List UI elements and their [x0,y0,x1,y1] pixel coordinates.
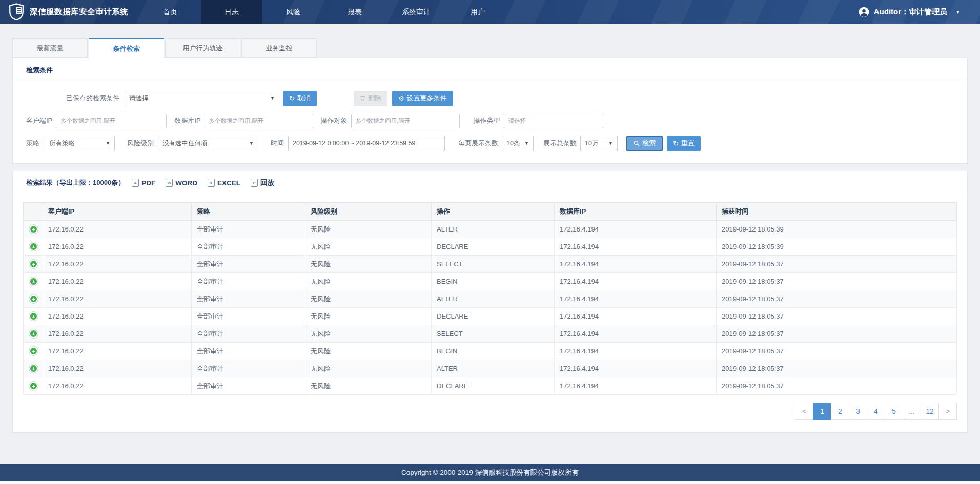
expand-row-button[interactable]: + [29,381,38,391]
page-2-button[interactable]: 2 [831,403,849,420]
client-ip-label: 客户端IP [26,116,52,125]
cell-capture-time: 2019-09-12 18:05:37 [717,343,957,360]
saved-conditions-select[interactable]: 请选择 ▼ [125,91,279,106]
risk-level-value: 没有选中任何项 [162,139,245,148]
page-size-select[interactable]: 10条 ▼ [502,136,534,151]
expand-row-button[interactable]: + [29,242,38,251]
reset-button[interactable]: ↻重置 [667,136,701,151]
expand-row-button[interactable]: + [29,224,38,234]
export-playback-label: 回放 [260,178,274,187]
nav-item-users[interactable]: 用户 [447,0,508,24]
user-label: Auditor：审计管理员 [874,7,947,17]
set-more-conditions-button[interactable]: ⚙设置更多条件 [392,91,453,106]
cell-policy: 全部审计 [192,308,305,325]
page-3-button[interactable]: 3 [849,403,867,420]
cell-client-ip: 172.16.0.22 [43,343,192,360]
cell-risk-level: 无风险 [305,238,432,256]
trash-icon [360,95,365,101]
cell-risk-level: 无风险 [305,343,432,360]
nav-item-risk[interactable]: 风险 [262,0,324,24]
user-menu[interactable]: Auditor：审计管理员 ▼ [859,0,980,24]
nav-item-reports[interactable]: 报表 [324,0,385,24]
page-next-button[interactable]: > [938,403,957,420]
total-count-value: 10万 [585,139,604,148]
expand-row-button[interactable]: + [29,311,38,321]
cell-db-ip: 172.16.4.194 [555,273,717,290]
expand-row-button[interactable]: + [29,294,38,304]
db-ip-label: 数据库IP [174,116,200,125]
cell-db-ip: 172.16.4.194 [555,308,717,325]
cell-operation: DECLARE [432,308,555,325]
db-ip-input[interactable] [205,114,313,128]
time-range-input[interactable] [288,136,445,151]
cell-risk-level: 无风险 [305,221,432,238]
cancel-button[interactable]: ↻取消 [283,91,317,106]
results-table: 客户端IP策略风险级别操作数据库IP捕获时间 +172.16.0.22全部审计无… [23,202,957,395]
cell-db-ip: 172.16.4.194 [555,238,717,256]
op-type-input[interactable] [504,114,603,128]
cell-client-ip: 172.16.0.22 [43,273,192,290]
search-conditions-panel: 检索条件 已保存的检索条件 请选择 ▼ ↻取消 删除 ⚙设置更多条件 客户端IP [12,58,968,164]
cell-capture-time: 2019-09-12 18:05:39 [717,238,957,256]
search-icon [634,140,640,146]
delete-button[interactable]: 删除 [354,91,387,106]
cell-policy: 全部审计 [192,377,305,395]
chevron-down-icon: ▼ [524,141,529,146]
expand-row-button[interactable]: + [29,346,38,356]
cell-policy: 全部审计 [192,343,305,360]
search-button[interactable]: 检索 [626,136,663,151]
policy-select[interactable]: 所有策略 ▼ [45,136,115,151]
nav-item-logs[interactable]: 日志 [201,0,262,24]
chevron-down-icon: ▼ [249,141,254,146]
cell-policy: 全部审计 [192,273,305,290]
cell-client-ip: 172.16.0.22 [43,290,192,308]
cell-db-ip: 172.16.4.194 [555,221,717,238]
tab-user-behavior[interactable]: 用户行为轨迹 [165,38,240,58]
table-row: +172.16.0.22全部审计无风险DECLARE172.16.4.19420… [24,377,957,395]
cell-expand: + [24,238,43,256]
table-row: +172.16.0.22全部审计无风险SELECT172.16.4.194201… [24,256,957,273]
tab-business-monitor[interactable]: 业务监控 [241,38,317,58]
pagination: <12345...12> [23,403,957,421]
cell-client-ip: 172.16.0.22 [43,377,192,395]
nav-item-system-audit[interactable]: 系统审计 [385,0,447,24]
export-excel-link[interactable]: XEXCEL [208,179,240,187]
cell-capture-time: 2019-09-12 18:05:39 [717,221,957,238]
cell-policy: 全部审计 [192,325,305,343]
expand-row-button[interactable]: + [29,277,38,286]
copyright-text: Copyright © 2000-2019 深信服科技股份有限公司版权所有 [401,468,579,477]
cell-policy: 全部审计 [192,290,305,308]
cell-risk-level: 无风险 [305,256,432,273]
risk-level-select[interactable]: 没有选中任何项 ▼ [158,136,258,151]
col-header-0: 客户端IP [43,203,192,221]
expand-row-button[interactable]: + [29,364,38,373]
col-expand [24,203,43,221]
saved-conditions-row: 已保存的检索条件 请选择 ▼ ↻取消 删除 ⚙设置更多条件 [26,91,954,106]
col-header-1: 策略 [192,203,305,221]
cell-client-ip: 172.16.0.22 [43,308,192,325]
export-pdf-link[interactable]: APDF [132,179,155,187]
chevron-down-icon: ▼ [955,9,961,15]
col-header-4: 数据库IP [555,203,717,221]
op-object-input[interactable] [351,114,460,128]
ip-filters-row: 客户端IP 数据库IP 操作对象 操作类型 [26,114,954,128]
export-word-label: WORD [175,179,197,187]
expand-row-button[interactable]: + [29,259,38,269]
app-title: 深信服数据库安全审计系统 [30,7,128,17]
total-count-select[interactable]: 10万 ▼ [580,136,618,151]
export-playback-link[interactable]: P回放 [251,178,274,187]
client-ip-input[interactable] [56,114,167,128]
nav-item-home[interactable]: 首页 [139,0,201,24]
tab-condition-search[interactable]: 条件检索 [89,38,164,58]
page-12-button[interactable]: 12 [921,403,939,420]
page-4-button[interactable]: 4 [867,403,885,420]
cell-db-ip: 172.16.4.194 [555,325,717,343]
page-1-button[interactable]: 1 [813,403,831,420]
tab-latest-traffic[interactable]: 最新流量 [12,38,88,58]
cell-operation: SELECT [432,256,555,273]
page-prev-button[interactable]: < [795,403,813,420]
expand-row-button[interactable]: + [29,329,38,339]
export-word-link[interactable]: WWORD [166,179,197,187]
page-5-button[interactable]: 5 [885,403,903,420]
op-object-label: 操作对象 [321,116,348,125]
